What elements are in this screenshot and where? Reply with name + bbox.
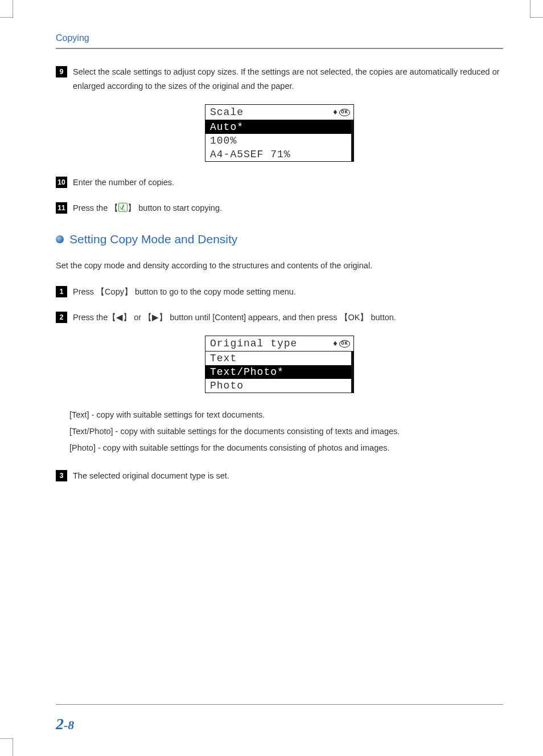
step-text: Press 【Copy】 button to go to the copy mo…	[73, 285, 503, 299]
lcd-title-row: Original type ♦ OK	[205, 336, 353, 352]
running-header: Copying	[56, 33, 503, 48]
step-number-badge: 9	[56, 66, 67, 77]
page: Copying 9 Select the scale settings to a…	[0, 0, 543, 756]
lcd-row: Text	[205, 352, 351, 365]
crop-mark	[13, 738, 13, 756]
updown-icon: ♦	[333, 339, 338, 348]
definition-item: [Text] - copy with suitable settings for…	[69, 407, 503, 423]
bracket-close: 】	[159, 313, 167, 322]
lcd-row-selected: Auto*	[205, 120, 351, 134]
header-rule	[56, 48, 503, 49]
text-fragment: Press the	[73, 313, 108, 322]
section-heading-text: Setting Copy Mode and Density	[69, 232, 237, 246]
step-text: The selected original document type is s…	[73, 469, 503, 483]
key-label: OK	[348, 313, 360, 322]
lcd-title-row: Scale ♦ OK	[205, 105, 353, 120]
text-fragment: or	[131, 313, 143, 322]
text-fragment: button to go to the copy mode setting me…	[133, 287, 296, 296]
text-fragment: Press the	[73, 203, 110, 213]
definition-item: [Photo] - copy with suitable settings fo…	[69, 440, 503, 456]
page-number: 2-8	[56, 715, 74, 733]
step-number-badge: 10	[56, 177, 67, 188]
bracket-close: 】	[360, 313, 368, 322]
lcd-list: Text Text/Photo* Photo	[205, 352, 353, 393]
bracket-close: 】	[123, 313, 131, 322]
step-text: Select the scale settings to adjust copy…	[73, 65, 503, 93]
step-number-badge: 11	[56, 202, 67, 214]
crop-mark	[13, 0, 13, 18]
right-arrow-icon: ▶	[152, 313, 159, 322]
bracket-close: 】	[124, 287, 133, 296]
text-fragment: Press	[73, 287, 96, 296]
bracket-close: 】	[127, 203, 136, 213]
section-heading: Setting Copy Mode and Density	[56, 232, 503, 246]
bullet-icon	[56, 235, 64, 243]
definition-item: [Text/Photo] - copy with suitable settin…	[69, 423, 503, 440]
intro-paragraph: Set the copy mode and density according …	[56, 259, 503, 273]
bracket-open: 【	[340, 313, 348, 322]
lcd-figure-scale: Scale ♦ OK Auto* 100% A4-A5SEF 71%	[205, 104, 354, 162]
updown-icon: ♦	[333, 108, 338, 117]
step-text: Press the 【】 button to start copying.	[73, 201, 503, 215]
crop-mark	[0, 738, 13, 739]
lcd-row: Photo	[205, 379, 351, 393]
lcd-figure-original-type: Original type ♦ OK Text Text/Photo* Phot…	[205, 336, 354, 393]
lcd-title-text: Scale	[210, 107, 244, 118]
step-number-badge: 2	[56, 312, 67, 323]
text-fragment: button to start copying.	[136, 203, 222, 213]
step-10: 10 Enter the number of copies.	[56, 175, 503, 190]
text-fragment: button until [Content] appears, and then…	[167, 313, 339, 322]
text-fragment: button.	[368, 313, 396, 322]
ok-icon: OK	[339, 340, 350, 348]
crop-mark	[530, 0, 530, 18]
step-number-badge: 3	[56, 470, 67, 481]
lcd-row-selected: Text/Photo*	[205, 365, 351, 379]
definitions-list: [Text] - copy with suitable settings for…	[69, 407, 503, 456]
crop-mark	[530, 17, 543, 18]
left-arrow-icon: ◀	[116, 313, 123, 322]
page-number-value: 8	[68, 718, 74, 732]
lcd-list: Auto* 100% A4-A5SEF 71%	[205, 120, 353, 161]
lcd-title-text: Original type	[210, 338, 297, 349]
step-text: Enter the number of copies.	[73, 175, 503, 190]
footer-rule	[56, 704, 503, 705]
key-label: Copy	[105, 287, 124, 296]
start-icon	[118, 203, 127, 212]
crop-mark	[0, 17, 13, 18]
step-2: 2 Press the【◀】 or 【▶】 button until [Cont…	[56, 310, 503, 325]
bracket-open: 【	[96, 287, 105, 296]
step-3: 3 The selected original document type is…	[56, 469, 503, 483]
step-9: 9 Select the scale settings to adjust co…	[56, 65, 503, 93]
step-11: 11 Press the 【】 button to start copying.	[56, 201, 503, 215]
lcd-row: 100%	[205, 134, 351, 148]
chapter-number: 2	[56, 715, 64, 733]
step-text: Press the【◀】 or 【▶】 button until [Conten…	[73, 310, 503, 325]
bracket-open: 【	[143, 313, 152, 322]
lcd-title-icons: ♦ OK	[333, 339, 350, 348]
bracket-open: 【	[108, 313, 116, 322]
ok-icon: OK	[339, 109, 350, 116]
step-1: 1 Press 【Copy】 button to go to the copy …	[56, 285, 503, 299]
lcd-row: A4-A5SEF 71%	[205, 148, 351, 161]
lcd-title-icons: ♦ OK	[333, 108, 350, 117]
bracket-open: 【	[110, 203, 118, 213]
step-number-badge: 1	[56, 286, 67, 297]
